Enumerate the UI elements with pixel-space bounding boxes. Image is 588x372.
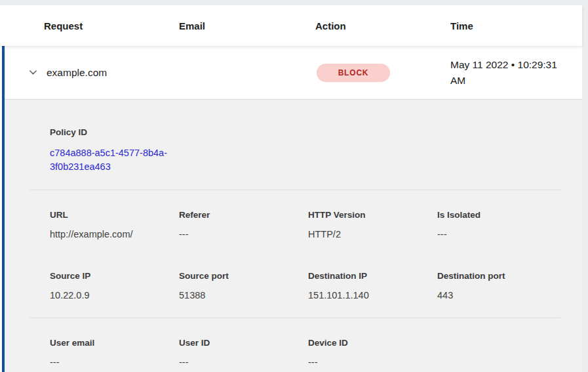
policy-id-section: Policy ID c784a888-a5c1-4577-8b4a-3f0b23… bbox=[5, 126, 582, 174]
table-header-row: Request Email Action Time bbox=[0, 5, 582, 46]
column-header-time: Time bbox=[450, 20, 582, 31]
detail-label: Destination port bbox=[437, 270, 566, 282]
detail-value: --- bbox=[308, 356, 437, 369]
detail-field-source-ip: Source IP 10.22.0.9 bbox=[50, 270, 179, 302]
detail-label: HTTP Version bbox=[308, 209, 437, 221]
detail-field-device-id: Device ID --- bbox=[308, 337, 437, 369]
detail-value: --- bbox=[50, 356, 179, 369]
section-divider bbox=[29, 190, 560, 190]
policy-id-label: Policy ID bbox=[50, 126, 582, 138]
column-header-action: Action bbox=[315, 20, 450, 31]
detail-field-referer: Referer --- bbox=[179, 209, 308, 241]
detail-field-is-isolated: Is Isolated --- bbox=[437, 209, 566, 241]
column-header-request: Request bbox=[44, 20, 179, 31]
detail-field-user-id: User ID --- bbox=[179, 337, 308, 369]
detail-label: User email bbox=[50, 337, 179, 349]
detail-value: --- bbox=[437, 228, 566, 241]
detail-label: Destination IP bbox=[308, 270, 437, 282]
table-row[interactable]: example.com BLOCK May 11 2022 • 10:29:31… bbox=[5, 46, 582, 99]
request-details-panel: Policy ID c784a888-a5c1-4577-8b4a-3f0b23… bbox=[5, 99, 582, 372]
detail-field-source-port: Source port 51388 bbox=[179, 270, 308, 302]
row-time-cell: May 11 2022 • 10:29:31 AM bbox=[450, 57, 582, 89]
detail-value: 51388 bbox=[179, 289, 308, 302]
detail-label: Is Isolated bbox=[437, 209, 566, 221]
detail-field-user-email: User email --- bbox=[50, 337, 179, 369]
details-row-http: URL http://example.com/ Referer --- HTTP… bbox=[5, 209, 582, 241]
detail-value: 151.101.1.140 bbox=[308, 289, 437, 302]
detail-field-destination-port: Destination port 443 bbox=[437, 270, 566, 302]
request-cell: example.com bbox=[28, 67, 179, 79]
detail-value: --- bbox=[179, 228, 308, 241]
details-row-network: Source IP 10.22.0.9 Source port 51388 De… bbox=[5, 270, 582, 302]
row-action-cell: BLOCK bbox=[315, 64, 450, 82]
detail-value: 443 bbox=[437, 289, 566, 302]
details-row-user: User email --- User ID --- Device ID --- bbox=[5, 337, 582, 369]
detail-field-empty bbox=[437, 337, 566, 369]
detail-value: 10.22.0.9 bbox=[50, 289, 179, 302]
policy-id-link[interactable]: c784a888-a5c1-4577-8b4a-3f0b231ea463 bbox=[50, 146, 179, 174]
detail-field-url: URL http://example.com/ bbox=[50, 209, 179, 241]
detail-value: --- bbox=[179, 356, 308, 369]
detail-field-destination-ip: Destination IP 151.101.1.140 bbox=[308, 270, 437, 302]
section-divider bbox=[29, 318, 560, 318]
detail-label: Referer bbox=[179, 209, 308, 221]
detail-label: Source IP bbox=[50, 270, 179, 282]
detail-value: HTTP/2 bbox=[308, 228, 437, 241]
chevron-down-icon[interactable] bbox=[28, 67, 39, 78]
detail-label: User ID bbox=[179, 337, 308, 349]
detail-field-http-version: HTTP Version HTTP/2 bbox=[308, 209, 437, 241]
block-status-badge: BLOCK bbox=[317, 64, 390, 82]
detail-value: http://example.com/ bbox=[50, 228, 179, 241]
column-header-email: Email bbox=[179, 20, 315, 31]
request-domain: example.com bbox=[47, 67, 107, 79]
expanded-row-group: example.com BLOCK May 11 2022 • 10:29:31… bbox=[2, 46, 582, 372]
detail-label: Device ID bbox=[308, 337, 437, 349]
detail-label: URL bbox=[50, 209, 179, 221]
log-table-card: Request Email Action Time example.com BL… bbox=[0, 5, 582, 372]
detail-label: Source port bbox=[179, 270, 308, 282]
